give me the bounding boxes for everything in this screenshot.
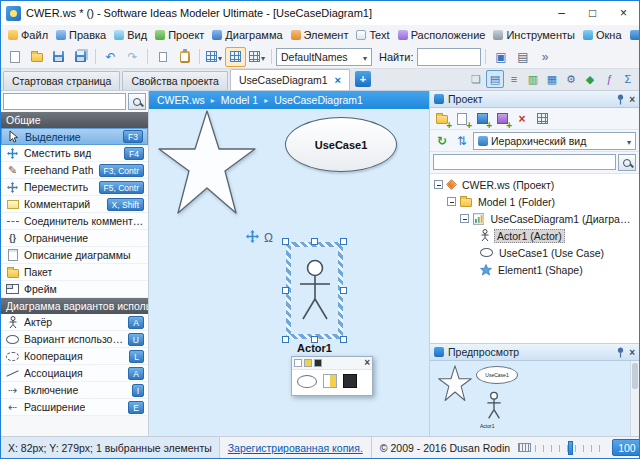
actor-selection-frame[interactable] bbox=[286, 242, 343, 339]
tool-collaboration[interactable]: КооперацияL bbox=[1, 348, 148, 365]
menu-help[interactable]: Справка bbox=[626, 25, 639, 45]
new-tab-button[interactable]: + bbox=[355, 71, 371, 87]
menu-edit[interactable]: Правка bbox=[52, 25, 110, 45]
close-panel-icon[interactable]: × bbox=[629, 347, 635, 358]
tab-usecase-diagram[interactable]: UseCaseDiagram1× bbox=[230, 69, 350, 90]
scrollbar-thumb[interactable] bbox=[632, 363, 638, 389]
open-button[interactable] bbox=[26, 47, 47, 67]
project-search-button[interactable] bbox=[618, 154, 636, 171]
dock-plugins-panel-icon[interactable]: ◆ bbox=[581, 70, 599, 88]
sort-button[interactable]: ⇅ bbox=[453, 132, 471, 150]
selection-handle[interactable] bbox=[311, 238, 318, 245]
tab-close-icon[interactable]: × bbox=[335, 75, 341, 86]
add-folder-button[interactable] bbox=[433, 110, 451, 128]
toolbox-group-header[interactable]: Общие bbox=[1, 112, 148, 128]
collapse-icon[interactable] bbox=[460, 214, 469, 223]
dock-documentation-panel-icon[interactable]: ▥ bbox=[524, 70, 542, 88]
toolbox-search-input[interactable] bbox=[3, 93, 126, 110]
tree-item-folder[interactable]: Model 1 (Folder) bbox=[430, 193, 639, 210]
toolbox-search-button[interactable] bbox=[128, 93, 146, 110]
tool-pan-view[interactable]: Сместить видF4 bbox=[1, 145, 148, 162]
tool-move[interactable]: ПереместитьF5, Contr bbox=[1, 179, 148, 196]
collapse-icon[interactable] bbox=[447, 197, 456, 206]
tool-frame[interactable]: Фрейм bbox=[1, 281, 148, 298]
dock-elements-panel-icon[interactable]: ≡ bbox=[505, 70, 523, 88]
zoom-slider[interactable] bbox=[535, 441, 607, 455]
dock-formulas-panel-icon[interactable]: Σ bbox=[619, 70, 637, 88]
copy-button[interactable] bbox=[152, 47, 173, 67]
close-icon[interactable]: × bbox=[608, 1, 639, 25]
tool-use-case[interactable]: Вариант использованияU bbox=[1, 331, 148, 348]
view-mode-combo[interactable]: Иерархический вид bbox=[473, 132, 636, 150]
collapse-icon[interactable] bbox=[434, 180, 443, 189]
zoom-combo[interactable]: 100 % bbox=[612, 439, 639, 456]
maximize-icon[interactable]: □ bbox=[577, 1, 608, 25]
breadcrumb-item-diagram[interactable]: UseCaseDiagram1 bbox=[274, 94, 363, 106]
usecase-shape[interactable]: UseCase1 bbox=[285, 117, 397, 172]
paste-button[interactable] bbox=[174, 47, 195, 67]
style-split-option[interactable] bbox=[323, 374, 337, 388]
move-handle-icon[interactable] bbox=[246, 230, 259, 245]
menu-tools[interactable]: Инструменты bbox=[489, 25, 579, 45]
tree-item-usecase[interactable]: UseCase1 (Use Case) bbox=[430, 244, 639, 261]
tree-item-shape[interactable]: Element1 (Shape) bbox=[430, 261, 639, 278]
tool-association[interactable]: АссоциацияA bbox=[1, 365, 148, 382]
selection-handle[interactable] bbox=[282, 287, 289, 294]
pin-icon[interactable] bbox=[616, 94, 625, 105]
swatch-yellow[interactable] bbox=[304, 359, 312, 367]
selection-handle[interactable] bbox=[340, 287, 347, 294]
selection-handle[interactable] bbox=[282, 238, 289, 245]
delete-button[interactable]: × bbox=[513, 110, 531, 128]
save-all-button[interactable] bbox=[70, 47, 91, 67]
diagram-canvas[interactable]: UseCase1 Ω A bbox=[149, 109, 429, 436]
breadcrumb-item-project[interactable]: CWER.ws bbox=[157, 94, 205, 106]
dock-settings-gear-icon[interactable]: ⚙ bbox=[562, 70, 580, 88]
new-file-button[interactable] bbox=[4, 47, 25, 67]
style-dark-option[interactable] bbox=[343, 374, 357, 388]
add-package-button[interactable] bbox=[493, 110, 511, 128]
menu-element[interactable]: Элемент bbox=[287, 25, 353, 45]
float-panel-icon[interactable]: ❏ bbox=[467, 70, 485, 88]
menu-windows[interactable]: Окна bbox=[579, 25, 626, 45]
snap-grid-toggle[interactable] bbox=[225, 47, 246, 67]
swatch-black[interactable] bbox=[314, 359, 322, 367]
undo-button[interactable]: ↶ bbox=[100, 47, 121, 67]
tree-item-actor[interactable]: Actor1 (Actor) bbox=[430, 227, 639, 244]
project-search-input[interactable] bbox=[433, 154, 616, 170]
pin-icon[interactable] bbox=[616, 347, 625, 358]
actor-shape[interactable] bbox=[291, 247, 338, 334]
add-element-button[interactable] bbox=[473, 110, 491, 128]
save-button[interactable] bbox=[48, 47, 69, 67]
tool-diagram-description[interactable]: Описание диаграммы bbox=[1, 247, 148, 264]
names-combo[interactable]: DefaultNames bbox=[276, 48, 372, 66]
tool-freehand-path[interactable]: ✎Freehand PathF3, Contr bbox=[1, 162, 148, 179]
tool-constraint[interactable]: {}Ограничение bbox=[1, 230, 148, 247]
grid-view-button[interactable] bbox=[533, 110, 551, 128]
align-dropdown-button[interactable] bbox=[204, 47, 224, 67]
print-button[interactable]: ▤ bbox=[512, 47, 533, 67]
rotate-handle-icon[interactable]: Ω bbox=[264, 232, 273, 244]
tool-extend[interactable]: ⇠РасширениеE bbox=[1, 399, 148, 416]
dock-project-panel-icon[interactable]: ▤ bbox=[486, 70, 504, 88]
license-link[interactable]: Зарегистрированная копия. bbox=[220, 437, 372, 458]
selection-handle[interactable] bbox=[340, 238, 347, 245]
swatch-white[interactable] bbox=[294, 359, 302, 367]
tool-include[interactable]: ⇢ВключениеI bbox=[1, 382, 148, 399]
toolbar-overflow-button[interactable]: » bbox=[534, 47, 555, 67]
tool-comment[interactable]: КомментарийX, Shift bbox=[1, 196, 148, 213]
tool-actor[interactable]: АктёрA bbox=[1, 314, 148, 331]
menu-view[interactable]: Вид bbox=[110, 25, 151, 45]
menu-text[interactable]: Text bbox=[352, 25, 393, 45]
tool-selection[interactable]: ВыделениеF3 bbox=[1, 128, 148, 145]
refresh-button[interactable]: ↻ bbox=[433, 132, 451, 150]
tab-start-page[interactable]: Стартовая страница bbox=[3, 71, 120, 90]
tab-project-properties[interactable]: Свойства проекта bbox=[122, 71, 227, 90]
minimize-icon[interactable]: – bbox=[546, 1, 577, 25]
tree-item-diagram[interactable]: UseCaseDiagram1 (Диаграмма) bbox=[430, 210, 639, 227]
redo-button[interactable]: ↷ bbox=[122, 47, 143, 67]
menu-layout[interactable]: Расположение bbox=[394, 25, 490, 45]
layout-dropdown-button[interactable] bbox=[247, 47, 267, 67]
zoom-slider-thumb[interactable] bbox=[568, 441, 573, 455]
breadcrumb-item-model[interactable]: Model 1 bbox=[221, 94, 258, 106]
menu-file[interactable]: Файл bbox=[4, 25, 52, 45]
